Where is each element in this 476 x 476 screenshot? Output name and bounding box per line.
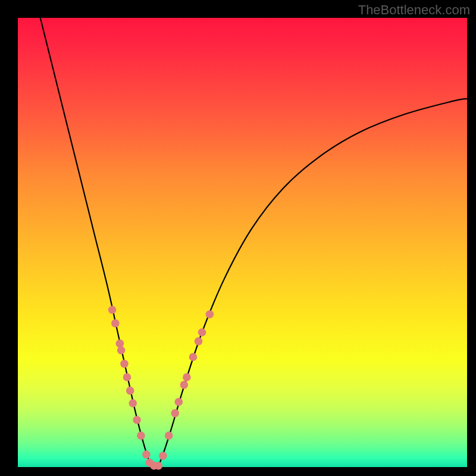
highlight-dot [129,399,137,408]
bottleneck-curve [40,18,467,468]
plot-area [18,18,467,467]
chart-svg [18,18,467,467]
highlight-dot [126,387,134,395]
highlight-dot [120,360,129,368]
highlight-dot [195,337,203,346]
highlight-dot [206,311,214,319]
highlight-dot [111,320,120,328]
highlight-dot [117,346,126,355]
highlight-dot [198,328,206,337]
highlight-dot [133,416,141,424]
highlight-dot [180,381,189,389]
highlight-dot [171,409,179,418]
highlight-dot [123,373,131,381]
highlight-dot [183,373,191,381]
highlight-dot [137,431,145,440]
highlight-dot [116,340,124,348]
watermark-text: TheBottleneck.com [358,2,470,18]
highlight-dot [189,353,198,361]
highlight-dot [159,452,167,460]
highlight-dot [165,431,173,440]
highlight-dot [108,306,117,314]
highlight-dots [108,306,214,470]
highlight-dot [155,462,163,470]
highlight-dot [174,398,183,406]
outer-frame: TheBottleneck.com [0,0,476,476]
highlight-dot [142,450,151,459]
